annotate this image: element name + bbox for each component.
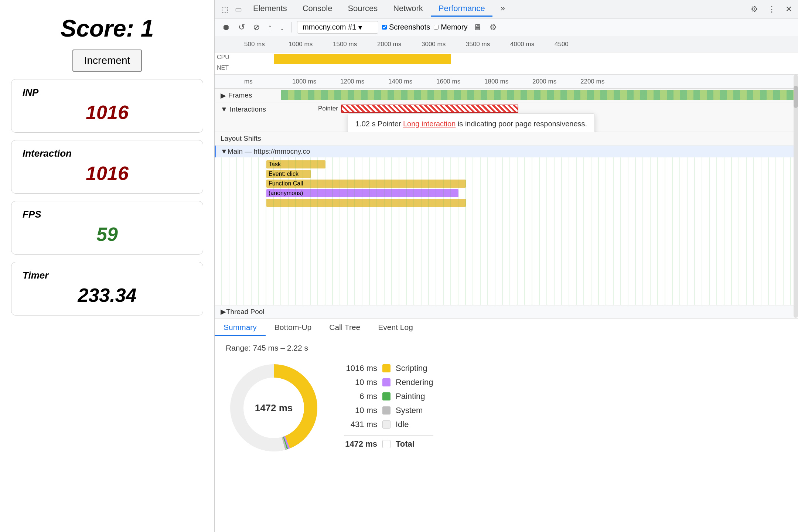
increment-button[interactable]: Increment	[72, 50, 142, 72]
tooltip-link[interactable]: Long interaction	[403, 120, 456, 128]
r2-1800: 1800 ms	[484, 78, 532, 85]
timeline-ruler-1: 500 ms 1000 ms 1500 ms 2000 ms 3000 ms 3…	[215, 36, 798, 52]
idle-ms: 431 ms	[344, 420, 377, 429]
donut-label: 1472 ms	[255, 402, 293, 414]
settings2-icon[interactable]: ⚙	[487, 21, 499, 34]
frames-track[interactable]: ▶ Frames	[215, 89, 798, 102]
inspect-icon[interactable]: ⬚	[218, 3, 231, 16]
clear-icon[interactable]: ⊘	[251, 21, 262, 34]
idle-name: Idle	[396, 420, 409, 429]
capture-icon[interactable]: 🖥	[471, 21, 484, 34]
screenshots-checkbox[interactable]	[382, 25, 387, 30]
flame-anonymous[interactable]: (anonymous)	[266, 189, 458, 197]
legend-rendering: 10 ms Rendering	[344, 378, 433, 387]
screenshots-group: Screenshots	[382, 23, 430, 31]
devtools-panel: ⬚ ▭ Elements Console Sources Network Per…	[214, 0, 798, 532]
flame-function-call[interactable]: Function Call	[266, 180, 466, 188]
timer-card: Timer 233.34	[11, 262, 203, 316]
layout-shifts-label: Layout Shifts	[215, 134, 281, 143]
tick-4500: 4500	[555, 41, 599, 48]
memory-checkbox[interactable]	[434, 25, 439, 30]
painting-dot	[382, 392, 391, 400]
tooltip-title: 1.02 s Pointer Long interaction is indic…	[355, 120, 587, 128]
interactions-content: Pointer 1.02 s Pointer Long interaction …	[281, 102, 798, 132]
rendering-ms: 10 ms	[344, 378, 377, 387]
legend-system: 10 ms System	[344, 406, 433, 415]
fps-value: 59	[23, 223, 192, 245]
tab-event-log[interactable]: Event Log	[369, 320, 422, 336]
upload-icon[interactable]: ↑	[266, 21, 274, 34]
scrollbar[interactable]	[794, 75, 798, 318]
interactions-label: ▼ Interactions	[215, 102, 281, 113]
r2-1000: 1000 ms	[292, 78, 340, 85]
tab-call-tree[interactable]: Call Tree	[320, 320, 369, 336]
timeline-main[interactable]: ms 1000 ms 1200 ms 1400 ms 1600 ms 1800 …	[215, 75, 798, 318]
bottom-content: Range: 745 ms – 2.22 s	[215, 336, 798, 532]
frames-label: ▶ Frames	[215, 91, 281, 100]
timer-label: Timer	[23, 270, 192, 281]
ruler2: ms 1000 ms 1200 ms 1400 ms 1600 ms 1800 …	[215, 75, 798, 89]
frames-bar	[281, 90, 798, 100]
url-dropdown-icon[interactable]: ▾	[358, 23, 362, 32]
tick-500: 500 ms	[244, 41, 289, 48]
scripting-ms: 1016 ms	[344, 364, 377, 373]
download-icon[interactable]: ↓	[278, 21, 286, 34]
net-label: NET	[215, 63, 231, 73]
fps-card: FPS 59	[11, 201, 203, 255]
fps-label: FPS	[23, 209, 192, 220]
ruler-ticks-1: 500 ms 1000 ms 1500 ms 2000 ms 3000 ms 3…	[244, 41, 599, 48]
pointer-label: Pointer	[318, 105, 338, 112]
record-icon[interactable]: ⏺	[220, 21, 232, 34]
interaction-label: Interaction	[23, 148, 192, 159]
tab-more[interactable]: »	[493, 1, 512, 17]
r2-2200: 2200 ms	[580, 78, 628, 85]
main-thread-area[interactable]: ▼ Main — https://mmocny.co Task Event: c…	[215, 146, 798, 305]
range-text: Range: 745 ms – 2.22 s	[226, 344, 787, 352]
url-box: mmocny.com #1 ▾	[297, 21, 378, 34]
scripting-dot	[382, 364, 391, 372]
device-icon[interactable]: ▭	[232, 3, 245, 16]
close-icon[interactable]: ✕	[783, 3, 794, 16]
tab-sources[interactable]: Sources	[340, 1, 385, 17]
tick-3000: 3000 ms	[422, 41, 466, 48]
legend-painting: 6 ms Painting	[344, 392, 433, 401]
screenshots-label: Screenshots	[389, 23, 430, 31]
interactions-track[interactable]: ▼ Interactions Pointer 1.02 s Pointer Lo…	[215, 102, 798, 132]
layout-shifts-content	[281, 132, 798, 145]
interactions-arrow: ▼	[221, 105, 228, 113]
pointer-interaction-bar[interactable]	[341, 105, 518, 113]
url-text: mmocny.com #1	[303, 23, 356, 31]
tab-network[interactable]: Network	[386, 1, 430, 17]
total-ms: 1472 ms	[344, 439, 377, 449]
r2-ms: ms	[244, 78, 292, 85]
r2-1200: 1200 ms	[340, 78, 388, 85]
refresh-icon[interactable]: ↺	[236, 21, 247, 34]
settings-icon[interactable]: ⚙	[748, 3, 760, 16]
cpu-net-area[interactable]: CPU NET	[215, 52, 798, 75]
flame-inner[interactable]	[266, 199, 466, 207]
inp-value: 1016	[23, 101, 192, 123]
tab-bottom-up[interactable]: Bottom-Up	[266, 320, 320, 336]
legend-idle: 431 ms Idle	[344, 420, 433, 429]
flame-area[interactable]: Task Event: click Function Call (anonymo…	[215, 157, 798, 305]
idle-dot	[382, 420, 391, 429]
tab-summary[interactable]: Summary	[215, 320, 266, 336]
tab-performance[interactable]: Performance	[431, 1, 492, 17]
inp-label: INP	[23, 87, 192, 98]
tab-elements[interactable]: Elements	[246, 1, 294, 17]
more-icon[interactable]: ⋮	[765, 3, 778, 16]
flame-event-click[interactable]: Event: click	[266, 170, 311, 178]
tab-console[interactable]: Console	[295, 1, 340, 17]
painting-ms: 6 ms	[344, 392, 377, 401]
flame-task[interactable]: Task	[266, 160, 325, 168]
legend: 1016 ms Scripting 10 ms Rendering 6 ms P…	[344, 360, 433, 449]
total-name: Total	[396, 439, 415, 449]
layout-shifts-track[interactable]: Layout Shifts	[215, 132, 798, 146]
thread-pool-header[interactable]: ▶ Thread Pool	[215, 305, 798, 318]
separator	[291, 22, 292, 33]
system-ms: 10 ms	[344, 406, 377, 415]
devtools-toolbar: ⏺ ↺ ⊘ ↑ ↓ mmocny.com #1 ▾ Screenshots Me…	[215, 18, 798, 36]
scrollbar-thumb[interactable]	[794, 86, 798, 108]
donut-chart: 1472 ms	[226, 360, 322, 456]
cpu-bar	[274, 54, 451, 64]
